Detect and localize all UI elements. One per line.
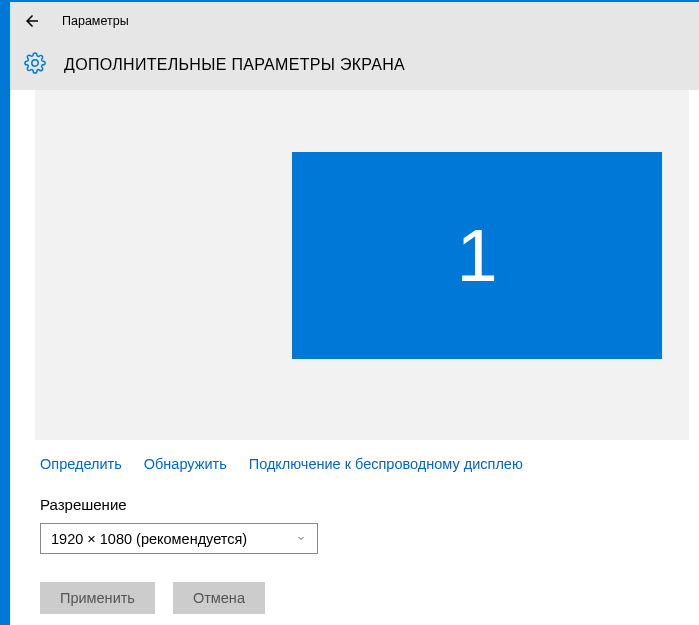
apply-button[interactable]: Применить bbox=[40, 582, 155, 614]
button-row: Применить Отмена bbox=[40, 582, 699, 614]
cancel-button[interactable]: Отмена bbox=[173, 582, 265, 614]
resolution-label: Разрешение bbox=[40, 496, 699, 513]
display-preview-area: 1 bbox=[35, 90, 689, 440]
chevron-down-icon bbox=[295, 531, 307, 547]
page-title: ДОПОЛНИТЕЛЬНЫЕ ПАРАМЕТРЫ ЭКРАНА bbox=[64, 56, 405, 74]
resolution-dropdown[interactable]: 1920 × 1080 (рекомендуется) bbox=[40, 523, 318, 554]
monitor-tile-1[interactable]: 1 bbox=[292, 152, 662, 359]
resolution-section: Разрешение 1920 × 1080 (рекомендуется) bbox=[40, 496, 699, 554]
page-header: ДОПОЛНИТЕЛЬНЫЕ ПАРАМЕТРЫ ЭКРАНА bbox=[10, 40, 699, 90]
resolution-selected-value: 1920 × 1080 (рекомендуется) bbox=[51, 531, 247, 547]
gear-icon bbox=[24, 52, 46, 78]
identify-link[interactable]: Определить bbox=[40, 456, 122, 472]
arrow-left-icon bbox=[23, 12, 41, 30]
detect-link[interactable]: Обнаружить bbox=[144, 456, 227, 472]
titlebar: Параметры bbox=[10, 2, 699, 40]
monitor-number: 1 bbox=[456, 213, 497, 298]
window-title: Параметры bbox=[62, 14, 129, 28]
back-button[interactable] bbox=[20, 9, 44, 33]
display-actions-row: Определить Обнаружить Подключение к бесп… bbox=[40, 456, 699, 472]
content-area: 1 Определить Обнаружить Подключение к бе… bbox=[10, 90, 699, 625]
wireless-display-link[interactable]: Подключение к беспроводному дисплею bbox=[249, 456, 523, 472]
